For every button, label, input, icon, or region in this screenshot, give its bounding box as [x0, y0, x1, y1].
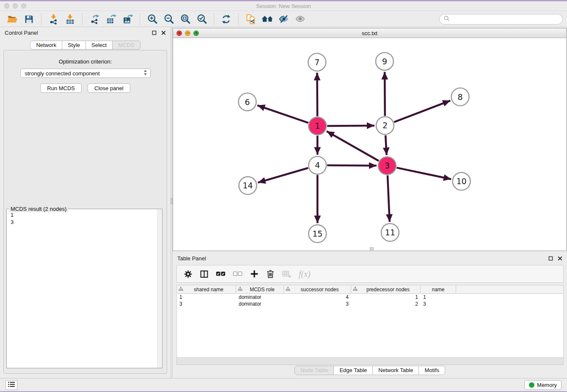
- graph-edge-2-3[interactable]: [385, 135, 386, 155]
- delete-table-button[interactable]: [282, 270, 292, 279]
- network-window-zoom-button[interactable]: [193, 30, 199, 36]
- search-input[interactable]: [452, 16, 559, 23]
- graph-edge-4-3[interactable]: [327, 166, 377, 166]
- import-table-button[interactable]: [62, 13, 78, 26]
- unselect-all-columns-button[interactable]: [233, 271, 242, 277]
- export-image-button[interactable]: [120, 13, 135, 26]
- tab-edge-table[interactable]: Edge Table: [333, 366, 373, 375]
- table-cell-mcds-role[interactable]: dominator: [236, 294, 284, 300]
- zoom-selected-button[interactable]: [194, 13, 209, 26]
- graph-node-7[interactable]: 7: [308, 53, 326, 71]
- table-cell-shared-name[interactable]: 1: [177, 294, 236, 300]
- network-from-file-button[interactable]: [243, 13, 259, 26]
- graph-node-3[interactable]: 3: [378, 157, 396, 174]
- tab-mcds[interactable]: MCDS: [112, 41, 140, 50]
- table-hscrollbar[interactable]: [176, 358, 564, 365]
- first-neighbors-button[interactable]: [259, 13, 275, 26]
- column-header-predecessor-nodes[interactable]: predecessor nodes: [351, 285, 421, 293]
- add-column-button[interactable]: [250, 269, 259, 279]
- criterion-dropdown[interactable]: strongly connected component: [20, 69, 151, 78]
- function-builder-button[interactable]: f(x): [299, 269, 311, 279]
- table-settings-button[interactable]: [184, 270, 193, 279]
- memory-button[interactable]: Memory: [524, 380, 561, 390]
- close-panel-icon[interactable]: [161, 30, 166, 35]
- table-cell-mcds-role[interactable]: dominator: [236, 301, 284, 307]
- horizontal-splitter-grip[interactable]: [370, 247, 374, 250]
- float-panel-icon[interactable]: [152, 30, 157, 35]
- graph-node-8[interactable]: 8: [451, 88, 469, 106]
- graph-edge-3-11[interactable]: [388, 175, 390, 222]
- graph-node-6[interactable]: 6: [239, 93, 256, 111]
- tab-network[interactable]: Network: [30, 41, 62, 50]
- delete-column-button[interactable]: [266, 269, 275, 279]
- import-network-button[interactable]: [46, 13, 61, 26]
- graph-node-11[interactable]: 11: [381, 224, 399, 241]
- close-table-panel-icon[interactable]: [558, 256, 562, 261]
- graph-edge-4-14[interactable]: [258, 168, 308, 183]
- network-graph[interactable]: 7968124314101511: [173, 38, 566, 251]
- table-row[interactable]: 1dominator411: [177, 294, 563, 301]
- status-bar: Memory: [0, 378, 567, 391]
- table-cell-name[interactable]: 1: [421, 294, 456, 300]
- task-history-button[interactable]: [6, 380, 17, 390]
- table-cell-successor-nodes[interactable]: 4: [284, 294, 351, 300]
- export-table-button[interactable]: [103, 13, 119, 26]
- graph-edge-3-10[interactable]: [396, 168, 451, 179]
- open-session-button[interactable]: [5, 13, 20, 26]
- result-scrollbar[interactable]: [157, 209, 162, 368]
- graph-node-2[interactable]: 2: [376, 117, 394, 135]
- column-header-label: predecessor nodes: [358, 287, 418, 293]
- tab-select[interactable]: Select: [85, 41, 113, 50]
- table-cell-shared-name[interactable]: 3: [177, 301, 236, 307]
- hide-selected-button[interactable]: [276, 13, 292, 26]
- graph-node-10[interactable]: 10: [453, 172, 471, 190]
- column-header-name[interactable]: name: [421, 285, 456, 293]
- network-window-minimize-button[interactable]: [185, 30, 190, 36]
- graph-node-4[interactable]: 4: [308, 156, 326, 174]
- toolbar-separator: [82, 14, 83, 25]
- table-cell-name[interactable]: 3: [421, 301, 456, 307]
- run-mcds-button[interactable]: Run MCDS: [40, 83, 82, 93]
- zoom-fit-button[interactable]: [177, 13, 193, 26]
- zoom-out-button[interactable]: [161, 13, 176, 26]
- column-tree-icon: [238, 287, 242, 293]
- graph-node-14[interactable]: 14: [239, 177, 257, 194]
- save-session-button[interactable]: [21, 13, 37, 26]
- graph-node-15[interactable]: 15: [308, 225, 326, 243]
- graph-node-label: 14: [243, 181, 253, 190]
- export-network-button[interactable]: [87, 13, 102, 26]
- search-box[interactable]: [439, 14, 563, 25]
- close-panel-button[interactable]: Close panel: [88, 83, 130, 93]
- graph-edge-1-2[interactable]: [327, 126, 374, 126]
- graph-edge-2-8[interactable]: [394, 101, 450, 122]
- column-header-shared-name[interactable]: shared name: [177, 285, 236, 293]
- float-table-panel-icon[interactable]: [548, 256, 553, 261]
- select-all-columns-button[interactable]: [216, 271, 226, 277]
- graph-edge-3-1[interactable]: [327, 131, 379, 161]
- graph-edge-1-7[interactable]: [317, 73, 317, 116]
- refresh-view-button[interactable]: [218, 13, 234, 26]
- table-cell-predecessor-nodes[interactable]: 2: [351, 301, 421, 307]
- column-header-successor-nodes[interactable]: successor nodes: [284, 285, 351, 293]
- graph-edge-2-9[interactable]: [385, 72, 385, 116]
- graph-node-1[interactable]: 1: [308, 117, 326, 135]
- show-all-button[interactable]: [292, 13, 308, 26]
- column-tree-icon: [179, 287, 183, 293]
- network-canvas[interactable]: 7968124314101511: [173, 38, 566, 251]
- zoom-in-button[interactable]: [144, 13, 160, 26]
- table-cell-successor-nodes[interactable]: 3: [284, 301, 351, 307]
- column-header-mcds-role[interactable]: MCDS role: [236, 285, 284, 293]
- column-tree-icon: [353, 287, 358, 293]
- network-window-close-button[interactable]: [176, 30, 182, 36]
- tab-style[interactable]: Style: [62, 41, 86, 50]
- table-row[interactable]: 3dominator323: [177, 301, 563, 307]
- toggle-columns-button[interactable]: [200, 270, 209, 279]
- graph-edge-1-6[interactable]: [257, 105, 308, 123]
- network-from-file-icon: [245, 14, 256, 25]
- tab-motifs[interactable]: Motifs: [418, 366, 445, 375]
- tab-network-table[interactable]: Network Table: [372, 366, 419, 375]
- graph-node-9[interactable]: 9: [376, 52, 394, 70]
- tab-node-table[interactable]: Node Table: [295, 366, 334, 375]
- table-cell-predecessor-nodes[interactable]: 1: [351, 294, 421, 300]
- export-image-icon: [122, 14, 133, 25]
